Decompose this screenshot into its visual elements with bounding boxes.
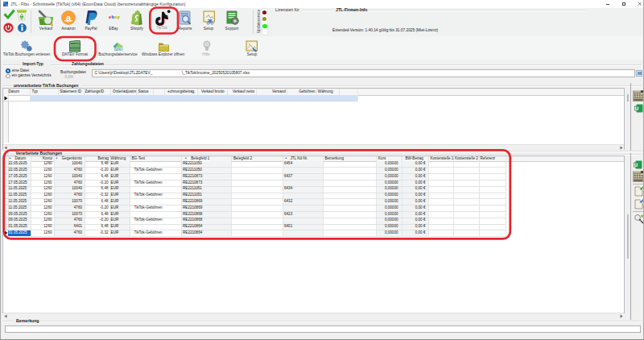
svg-text:y: y — [117, 15, 120, 19]
svg-text:DATEV: DATEV — [114, 48, 123, 52]
